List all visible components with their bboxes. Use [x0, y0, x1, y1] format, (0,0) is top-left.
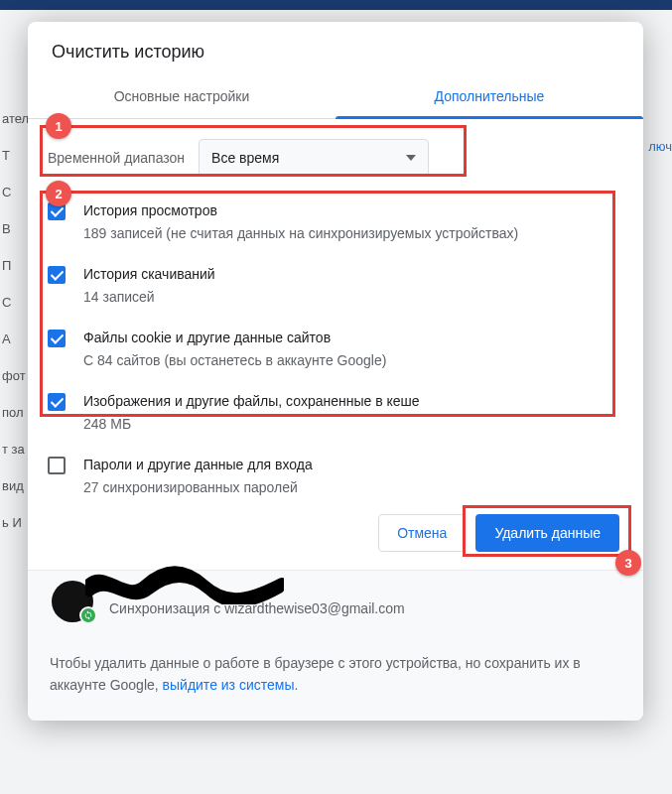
time-range-select[interactable]: Все время	[199, 139, 429, 177]
footer-text-after: .	[294, 677, 298, 693]
option-title: Изображения и другие файлы, сохраненные …	[83, 391, 631, 412]
checkbox-cached-images[interactable]	[48, 393, 66, 411]
sync-icon	[79, 606, 97, 624]
delete-data-button[interactable]: Удалить данные	[475, 514, 619, 552]
option-cookies: Файлы cookie и другие данные сайтов С 84…	[48, 318, 635, 381]
dialog-body: Временной диапазон Все время История про…	[28, 119, 643, 496]
chevron-down-icon	[406, 155, 416, 161]
checkbox-passwords[interactable]	[48, 457, 66, 474]
tab-basic[interactable]: Основные настройки	[28, 76, 336, 118]
option-passwords: Пароли и другие данные для входа 27 синх…	[48, 445, 635, 496]
time-range-label: Временной диапазон	[48, 150, 185, 166]
footer-note: Чтобы удалить данные о работе в браузере…	[28, 638, 643, 721]
browser-top-bar	[0, 0, 672, 10]
option-subtitle: С 84 сайтов (вы останетесь в аккаунте Go…	[83, 350, 631, 371]
time-range-row: Временной диапазон Все время	[48, 135, 635, 191]
checkbox-download-history[interactable]	[48, 266, 66, 284]
option-subtitle: 14 записей	[83, 287, 631, 308]
background-right-fragment: люч	[648, 139, 672, 154]
redaction-scribble	[85, 565, 284, 604]
background-settings-fragment: ателТСВПСА фотполт завидь И	[0, 10, 30, 794]
dialog-button-row: Отмена Удалить данные 3	[28, 496, 643, 570]
tab-advanced[interactable]: Дополнительные	[336, 76, 643, 118]
dialog-title: Очистить историю	[28, 22, 643, 76]
option-title: Файлы cookie и другие данные сайтов	[83, 328, 631, 348]
scrollable-options[interactable]: Временной диапазон Все время История про…	[28, 119, 643, 496]
option-subtitle: 27 синхронизированных паролей	[83, 477, 631, 496]
account-row: Синхронизация с wizardthewise03@gmail.co…	[28, 570, 643, 638]
option-title: История скачиваний	[83, 264, 631, 285]
option-cached-images: Изображения и другие файлы, сохраненные …	[48, 381, 635, 445]
option-title: Пароли и другие данные для входа	[83, 455, 631, 475]
option-title: История просмотров	[83, 200, 631, 221]
time-range-value: Все время	[211, 150, 279, 166]
cancel-button[interactable]: Отмена	[378, 514, 466, 552]
dialog-tabs: Основные настройки Дополнительные	[28, 76, 643, 119]
clear-history-dialog: Очистить историю Основные настройки Допо…	[28, 22, 643, 721]
option-subtitle: 248 МБ	[83, 414, 631, 435]
sign-out-link[interactable]: выйдите из системы	[163, 677, 295, 693]
option-browsing-history: История просмотров 189 записей (не счита…	[48, 191, 635, 254]
footer-text-before: Чтобы удалить данные о работе в браузере…	[50, 655, 581, 693]
option-download-history: История скачиваний 14 записей	[48, 254, 635, 318]
checkbox-cookies[interactable]	[48, 330, 66, 347]
checkbox-browsing-history[interactable]	[48, 202, 66, 220]
option-subtitle: 189 записей (не считая данных на синхрон…	[83, 223, 631, 244]
